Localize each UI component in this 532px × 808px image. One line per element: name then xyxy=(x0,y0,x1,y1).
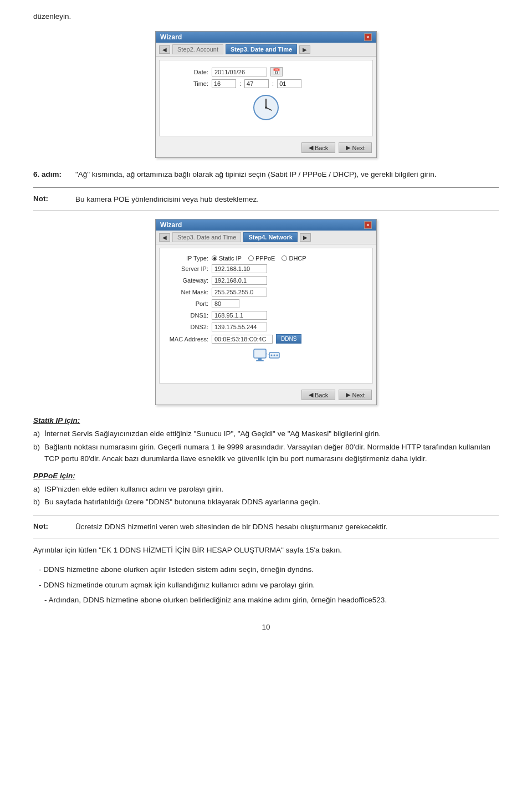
step-6-content: "Ağ" kısmında, ağ ortamınıza bağlı olara… xyxy=(75,169,499,180)
wizard-forward-nav-btn-1[interactable]: ▶ xyxy=(299,45,310,54)
radio-dhcp[interactable]: DHCP xyxy=(282,255,306,262)
radio-static-ip[interactable]: Static IP xyxy=(212,255,242,262)
wizard-title-left-1: Wizard xyxy=(160,33,182,41)
svg-line-11 xyxy=(266,354,269,355)
page-content: düzenleyin. Wizard × ◀ Step2. Account St… xyxy=(33,11,499,631)
gateway-label: Gateway: xyxy=(168,277,208,284)
ip-type-row: IP Type: Static IP PPPoE DHCP xyxy=(168,255,364,262)
note-1-row: Not: Bu kamera POE yönlendiricisini veya… xyxy=(33,193,499,206)
date-value[interactable]: 2011/01/26 xyxy=(212,68,267,76)
wizard-title-text-2: Wizard xyxy=(160,221,182,229)
radio-label-pppoe: PPPoE xyxy=(255,255,275,262)
mac-label: MAC Address: xyxy=(168,336,208,342)
radio-dot-dhcp xyxy=(282,255,287,261)
divider-4 xyxy=(33,539,499,539)
wizard-body-1: Date: 2011/01/26 📅 Time: 16 : 47 : 01 xyxy=(159,60,373,136)
wizard-back-nav-btn-1[interactable]: ◀ xyxy=(159,45,170,54)
divider-3 xyxy=(33,515,499,515)
port-value[interactable]: 80 xyxy=(212,299,239,308)
svg-point-9 xyxy=(273,355,275,356)
wizard-back-btn-2[interactable]: ◀ Back xyxy=(301,390,335,400)
wizard-date-time: Wizard × ◀ Step2. Account Step3. Date an… xyxy=(155,31,377,158)
back-label-2: Back xyxy=(315,392,328,398)
dash-items-container: - DDNS hizmetine abone olurken açılır li… xyxy=(33,564,499,606)
wizard-network: Wizard × ◀ Step3. Date and Time Step4. N… xyxy=(155,219,377,405)
note-2-label: Not: xyxy=(33,521,66,530)
wizard-next-btn-2[interactable]: ▶ Next xyxy=(339,390,372,400)
page-number: 10 xyxy=(33,623,499,631)
step-6-label: 6. adım: xyxy=(33,169,66,178)
time-hour[interactable]: 16 xyxy=(212,79,236,88)
dash-item-3: - Ardından, DDNS hizmetine abone olurken… xyxy=(33,594,499,606)
wizard-back-nav-btn-2[interactable]: ◀ xyxy=(159,233,170,242)
server-ip-value[interactable]: 192.168.1.10 xyxy=(212,264,267,273)
mac-row: MAC Address: 00:0E:53:18:C0:4C DDNS xyxy=(168,334,364,344)
server-ip-row: Server IP: 192.168.1.10 xyxy=(168,264,364,273)
netmask-row: Net Mask: 255.255.255.0 xyxy=(168,288,364,296)
svg-rect-5 xyxy=(258,358,262,360)
dash-item-2: - DDNS hizmetinde oturum açmak için kull… xyxy=(33,579,499,591)
next-label-2: Next xyxy=(352,392,365,398)
dns2-value[interactable]: 139.175.55.244 xyxy=(212,323,267,331)
wizard-footer-2: ◀ Back ▶ Next xyxy=(156,387,376,405)
radio-pppoe[interactable]: PPPoE xyxy=(248,255,275,262)
gateway-row: Gateway: 192.168.0.1 xyxy=(168,276,364,285)
dns1-label: DNS1: xyxy=(168,312,208,319)
server-ip-label: Server IP: xyxy=(168,265,208,272)
ip-type-label: IP Type: xyxy=(168,255,208,262)
dns2-row: DNS2: 139.175.55.244 xyxy=(168,323,364,331)
radio-dot-pppoe xyxy=(248,255,254,261)
clock-icon xyxy=(168,94,364,126)
dns1-row: DNS1: 168.95.1.1 xyxy=(168,311,364,320)
back-icon-2: ◀ xyxy=(309,391,313,398)
static-ip-section: Statik IP için: İnternet Servis Sağlayıc… xyxy=(33,416,499,465)
date-calendar-icon[interactable]: 📅 xyxy=(270,67,283,76)
svg-point-3 xyxy=(265,106,267,109)
wizard-step-inactive-1: Step2. Account xyxy=(172,44,223,54)
time-min[interactable]: 47 xyxy=(244,79,269,88)
intro-text: düzenleyin. xyxy=(33,11,499,22)
divider-1 xyxy=(33,187,499,188)
wizard-nav-bar-2: ◀ Step3. Date and Time Step4. Network ▶ xyxy=(156,231,376,244)
svg-point-10 xyxy=(276,355,278,356)
radio-label-dhcp: DHCP xyxy=(289,255,306,262)
svg-rect-4 xyxy=(254,349,266,358)
netmask-label: Net Mask: xyxy=(168,289,208,295)
wizard-footer-1: ◀ Back ▶ Next xyxy=(156,140,376,157)
wizard-step-active-1: Step3. Date and Time xyxy=(226,44,297,54)
wizard-title-text-1: Wizard xyxy=(160,33,182,41)
ip-type-radio-group: Static IP PPPoE DHCP xyxy=(212,255,306,262)
note-2-extra: Ayrıntılar için lütfen "EK 1 DDNS HİZMET… xyxy=(33,545,499,556)
wizard-step-active-2: Step4. Network xyxy=(243,232,297,242)
gateway-value[interactable]: 192.168.0.1 xyxy=(212,276,267,285)
back-icon-1: ◀ xyxy=(309,144,313,151)
pppoe-section: PPPoE için: ISP'nizden elde edilen kulla… xyxy=(33,472,499,508)
next-label-1: Next xyxy=(352,145,365,151)
dns1-value[interactable]: 168.95.1.1 xyxy=(212,311,267,320)
time-label: Time: xyxy=(168,80,208,87)
wizard-title-left-2: Wizard xyxy=(160,221,182,229)
note-2-text: Ücretsiz DDNS hizmetini veren web sitesi… xyxy=(75,521,499,533)
ddns-button[interactable]: DDNS xyxy=(276,334,301,344)
svg-rect-6 xyxy=(256,360,264,361)
note-1-label: Not: xyxy=(33,193,66,203)
static-ip-title: Statik IP için: xyxy=(33,416,80,425)
wizard-close-btn-1[interactable]: × xyxy=(364,33,372,41)
wizard-next-btn-1[interactable]: ▶ Next xyxy=(339,142,372,153)
svg-point-8 xyxy=(270,355,272,356)
time-sep-2: : xyxy=(272,80,274,87)
step-6-row: 6. adım: "Ağ" kısmında, ağ ortamınıza ba… xyxy=(33,169,499,180)
netmask-value[interactable]: 255.255.255.0 xyxy=(212,288,267,296)
wizard-close-btn-2[interactable]: × xyxy=(364,221,372,229)
wizard-step-inactive-2: Step3. Date and Time xyxy=(172,232,241,242)
dns2-label: DNS2: xyxy=(168,324,208,330)
time-sec[interactable]: 01 xyxy=(277,79,301,88)
wizard-forward-nav-btn-2[interactable]: ▶ xyxy=(300,233,311,242)
dash-item-1: - DDNS hizmetine abone olurken açılır li… xyxy=(33,564,499,576)
port-label: Port: xyxy=(168,300,208,307)
radio-dot-static xyxy=(212,255,217,261)
next-icon-1: ▶ xyxy=(346,144,350,151)
static-ip-item-a: İnternet Servis Sağlayıcınızdan elde ett… xyxy=(33,428,499,440)
time-sep-1: : xyxy=(239,80,241,87)
wizard-back-btn-1[interactable]: ◀ Back xyxy=(301,142,335,153)
